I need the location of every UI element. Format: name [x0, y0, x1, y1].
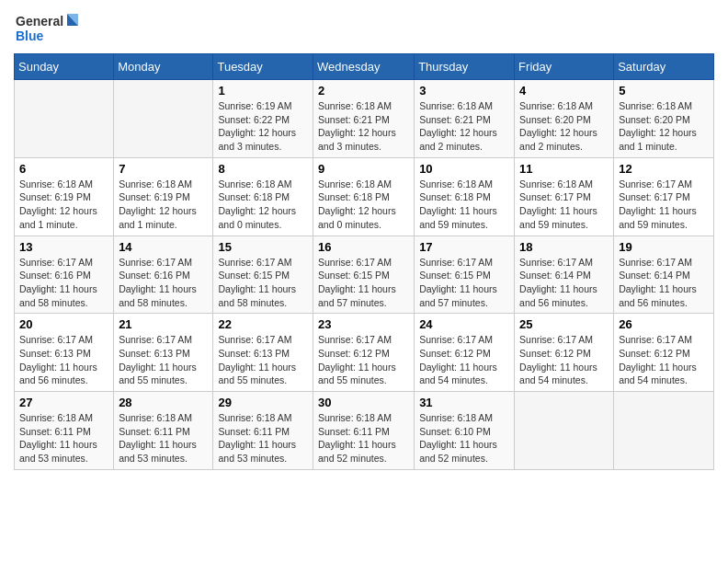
day-number: 30 — [318, 396, 409, 409]
day-info: Sunrise: 6:17 AM Sunset: 6:12 PM Dayligh… — [318, 333, 409, 387]
day-cell: 14Sunrise: 6:17 AM Sunset: 6:16 PM Dayli… — [114, 236, 213, 314]
day-info: Sunrise: 6:18 AM Sunset: 6:10 PM Dayligh… — [419, 411, 509, 465]
day-cell: 4Sunrise: 6:18 AM Sunset: 6:20 PM Daylig… — [515, 80, 614, 158]
day-cell: 16Sunrise: 6:17 AM Sunset: 6:15 PM Dayli… — [313, 236, 415, 314]
header-cell-friday: Friday — [515, 54, 614, 80]
day-number: 21 — [119, 317, 208, 331]
day-number: 27 — [19, 396, 108, 409]
day-info: Sunrise: 6:18 AM Sunset: 6:20 PM Dayligh… — [619, 99, 709, 154]
day-info: Sunrise: 6:17 AM Sunset: 6:17 PM Dayligh… — [619, 178, 709, 232]
day-number: 7 — [119, 162, 208, 176]
day-info: Sunrise: 6:18 AM Sunset: 6:11 PM Dayligh… — [119, 411, 208, 465]
day-info: Sunrise: 6:18 AM Sunset: 6:19 PM Dayligh… — [19, 178, 108, 232]
logo: GeneralBlue — [14, 9, 87, 46]
header: GeneralBlue — [14, 9, 714, 46]
day-info: Sunrise: 6:17 AM Sunset: 6:13 PM Dayligh… — [218, 333, 308, 387]
day-info: Sunrise: 6:17 AM Sunset: 6:12 PM Dayligh… — [419, 333, 509, 387]
day-info: Sunrise: 6:18 AM Sunset: 6:19 PM Dayligh… — [119, 178, 208, 232]
day-cell: 6Sunrise: 6:18 AM Sunset: 6:19 PM Daylig… — [15, 157, 114, 236]
day-number: 8 — [218, 162, 308, 176]
day-info: Sunrise: 6:17 AM Sunset: 6:13 PM Dayligh… — [119, 333, 208, 387]
day-info: Sunrise: 6:17 AM Sunset: 6:16 PM Dayligh… — [19, 256, 108, 310]
day-cell: 12Sunrise: 6:17 AM Sunset: 6:17 PM Dayli… — [614, 157, 714, 236]
day-cell: 2Sunrise: 6:18 AM Sunset: 6:21 PM Daylig… — [313, 80, 415, 158]
day-number: 15 — [218, 240, 308, 254]
day-info: Sunrise: 6:17 AM Sunset: 6:13 PM Dayligh… — [19, 333, 108, 387]
day-info: Sunrise: 6:18 AM Sunset: 6:18 PM Dayligh… — [419, 178, 509, 232]
day-info: Sunrise: 6:18 AM Sunset: 6:21 PM Dayligh… — [318, 99, 409, 154]
day-number: 20 — [19, 317, 108, 331]
day-number: 9 — [318, 162, 409, 176]
day-number: 4 — [519, 84, 609, 98]
day-cell: 28Sunrise: 6:18 AM Sunset: 6:11 PM Dayli… — [114, 392, 213, 470]
day-cell: 26Sunrise: 6:17 AM Sunset: 6:12 PM Dayli… — [614, 314, 714, 392]
header-cell-saturday: Saturday — [614, 54, 714, 80]
day-number: 2 — [318, 84, 409, 98]
header-cell-monday: Monday — [114, 54, 213, 80]
day-number: 16 — [318, 240, 409, 254]
day-info: Sunrise: 6:17 AM Sunset: 6:16 PM Dayligh… — [119, 256, 208, 310]
day-number: 6 — [19, 162, 108, 176]
day-info: Sunrise: 6:17 AM Sunset: 6:15 PM Dayligh… — [318, 256, 409, 310]
week-row-3: 13Sunrise: 6:17 AM Sunset: 6:16 PM Dayli… — [15, 236, 714, 314]
day-number: 26 — [619, 317, 709, 331]
day-info: Sunrise: 6:17 AM Sunset: 6:12 PM Dayligh… — [519, 333, 609, 387]
day-number: 10 — [419, 162, 509, 176]
day-info: Sunrise: 6:18 AM Sunset: 6:11 PM Dayligh… — [19, 411, 108, 465]
day-cell: 25Sunrise: 6:17 AM Sunset: 6:12 PM Dayli… — [515, 314, 614, 392]
day-cell: 10Sunrise: 6:18 AM Sunset: 6:18 PM Dayli… — [415, 157, 515, 236]
day-info: Sunrise: 6:17 AM Sunset: 6:15 PM Dayligh… — [218, 256, 308, 310]
day-cell: 27Sunrise: 6:18 AM Sunset: 6:11 PM Dayli… — [15, 392, 114, 470]
week-row-1: 1Sunrise: 6:19 AM Sunset: 6:22 PM Daylig… — [15, 80, 714, 158]
day-cell — [15, 80, 114, 158]
day-cell: 9Sunrise: 6:18 AM Sunset: 6:18 PM Daylig… — [313, 157, 415, 236]
day-number: 31 — [419, 396, 509, 409]
day-number: 22 — [218, 317, 308, 331]
header-cell-tuesday: Tuesday — [213, 54, 313, 80]
day-cell: 7Sunrise: 6:18 AM Sunset: 6:19 PM Daylig… — [114, 157, 213, 236]
day-info: Sunrise: 6:17 AM Sunset: 6:14 PM Dayligh… — [519, 256, 609, 310]
day-info: Sunrise: 6:17 AM Sunset: 6:14 PM Dayligh… — [619, 256, 709, 310]
day-cell: 29Sunrise: 6:18 AM Sunset: 6:11 PM Dayli… — [213, 392, 313, 470]
day-cell: 5Sunrise: 6:18 AM Sunset: 6:20 PM Daylig… — [614, 80, 714, 158]
day-cell: 31Sunrise: 6:18 AM Sunset: 6:10 PM Dayli… — [415, 392, 515, 470]
day-cell: 21Sunrise: 6:17 AM Sunset: 6:13 PM Dayli… — [114, 314, 213, 392]
header-row: SundayMondayTuesdayWednesdayThursdayFrid… — [15, 54, 714, 80]
day-number: 1 — [218, 84, 308, 98]
calendar-table: SundayMondayTuesdayWednesdayThursdayFrid… — [14, 53, 714, 470]
day-info: Sunrise: 6:18 AM Sunset: 6:11 PM Dayligh… — [318, 411, 409, 465]
day-number: 23 — [318, 317, 409, 331]
header-cell-wednesday: Wednesday — [313, 54, 415, 80]
day-number: 18 — [519, 240, 609, 254]
day-number: 13 — [19, 240, 108, 254]
day-number: 25 — [519, 317, 609, 331]
day-info: Sunrise: 6:17 AM Sunset: 6:12 PM Dayligh… — [619, 333, 709, 387]
day-info: Sunrise: 6:18 AM Sunset: 6:21 PM Dayligh… — [419, 99, 509, 154]
week-row-2: 6Sunrise: 6:18 AM Sunset: 6:19 PM Daylig… — [15, 157, 714, 236]
day-info: Sunrise: 6:18 AM Sunset: 6:11 PM Dayligh… — [218, 411, 308, 465]
day-number: 3 — [419, 84, 509, 98]
day-cell: 3Sunrise: 6:18 AM Sunset: 6:21 PM Daylig… — [415, 80, 515, 158]
day-number: 12 — [619, 162, 709, 176]
day-cell: 18Sunrise: 6:17 AM Sunset: 6:14 PM Dayli… — [515, 236, 614, 314]
day-info: Sunrise: 6:18 AM Sunset: 6:17 PM Dayligh… — [519, 178, 609, 232]
logo-icon: GeneralBlue — [14, 9, 87, 46]
day-info: Sunrise: 6:17 AM Sunset: 6:15 PM Dayligh… — [419, 256, 509, 310]
week-row-5: 27Sunrise: 6:18 AM Sunset: 6:11 PM Dayli… — [15, 392, 714, 470]
day-info: Sunrise: 6:19 AM Sunset: 6:22 PM Dayligh… — [218, 99, 308, 154]
day-cell: 30Sunrise: 6:18 AM Sunset: 6:11 PM Dayli… — [313, 392, 415, 470]
day-number: 28 — [119, 396, 208, 409]
day-cell: 22Sunrise: 6:17 AM Sunset: 6:13 PM Dayli… — [213, 314, 313, 392]
day-cell: 19Sunrise: 6:17 AM Sunset: 6:14 PM Dayli… — [614, 236, 714, 314]
day-cell — [614, 392, 714, 470]
day-cell: 23Sunrise: 6:17 AM Sunset: 6:12 PM Dayli… — [313, 314, 415, 392]
day-cell: 20Sunrise: 6:17 AM Sunset: 6:13 PM Dayli… — [15, 314, 114, 392]
page: GeneralBlue SundayMondayTuesdayWednesday… — [0, 0, 728, 563]
day-number: 17 — [419, 240, 509, 254]
day-info: Sunrise: 6:18 AM Sunset: 6:18 PM Dayligh… — [218, 178, 308, 232]
day-cell: 11Sunrise: 6:18 AM Sunset: 6:17 PM Dayli… — [515, 157, 614, 236]
header-cell-thursday: Thursday — [415, 54, 515, 80]
day-info: Sunrise: 6:18 AM Sunset: 6:20 PM Dayligh… — [519, 99, 609, 154]
day-cell — [515, 392, 614, 470]
day-number: 11 — [519, 162, 609, 176]
